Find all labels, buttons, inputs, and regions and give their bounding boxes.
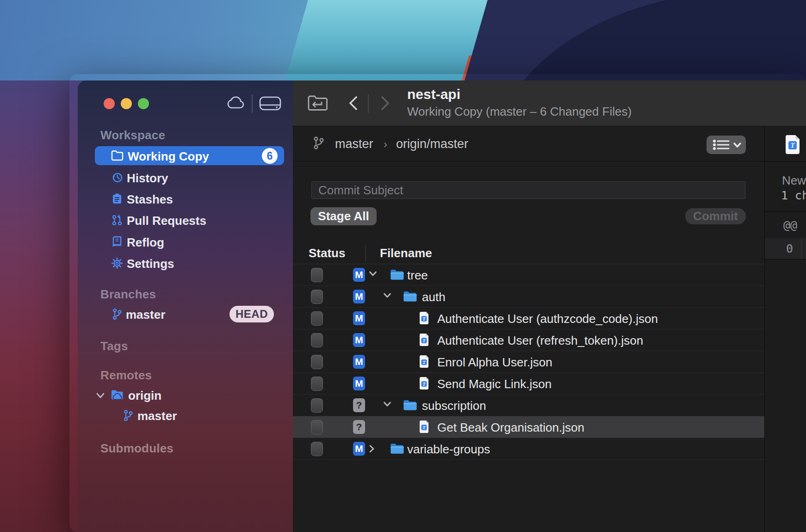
file-row-enrol-alpha-user-json[interactable]: MTEnrol Alpha User.json (293, 351, 764, 373)
json-file-icon: T (419, 377, 429, 390)
stage-checkbox[interactable] (311, 442, 323, 456)
zoom-button[interactable] (138, 98, 149, 109)
file-row-folder-auth[interactable]: Mauth (293, 286, 764, 308)
chevron-right-icon[interactable] (369, 445, 375, 453)
diff-gutter (765, 238, 806, 259)
file-row-send-magic-link-json[interactable]: MTSend Magic Link.json (293, 373, 764, 395)
desktop: Working Copy 6 HEAD nest-api Working Cop… (0, 0, 806, 532)
branch-icon (112, 308, 122, 320)
status-badge: M (353, 268, 365, 282)
filename-label: Enrol Alpha User.json (437, 355, 552, 370)
chevron-down-icon[interactable] (383, 292, 391, 298)
stage-checkbox[interactable] (311, 398, 323, 413)
sidebar-item-reflog[interactable]: Reflog (127, 235, 164, 250)
status-badge: ? (353, 398, 365, 412)
chevron-down-icon[interactable] (369, 271, 377, 277)
repo-title: nest-api (407, 87, 460, 102)
stage-checkbox[interactable] (311, 355, 323, 369)
breadcrumb-branch[interactable]: master (335, 137, 373, 151)
chevron-down-icon[interactable] (383, 401, 391, 407)
stage-checkbox[interactable] (311, 420, 323, 434)
branch-icon (123, 409, 133, 421)
head-badge: HEAD (229, 306, 274, 322)
folder-icon (390, 443, 404, 455)
file-list: MtreeMauthMTAuthenticate User (authzcode… (293, 264, 764, 460)
column-divider[interactable] (366, 245, 366, 262)
stashes-icon (111, 193, 123, 205)
changes-summary: 1 ch (781, 189, 806, 202)
wallpaper (0, 0, 806, 80)
window-toolbar (293, 80, 806, 126)
remote-folder-icon (111, 390, 124, 401)
gutter-divider (801, 238, 802, 259)
file-status-label: New (782, 173, 806, 188)
sidebar-item-label: Working Copy (128, 149, 209, 164)
sidebar-item-stashes[interactable]: Stashes (127, 192, 173, 207)
chevron-down-icon[interactable] (96, 392, 105, 399)
stage-checkbox[interactable] (311, 268, 323, 282)
forward-button[interactable] (379, 95, 391, 111)
stage-checkbox[interactable] (311, 377, 323, 391)
chevron-down-icon (734, 143, 740, 147)
json-file-icon: T (419, 333, 429, 346)
filename-label: subscription (422, 399, 486, 413)
sidebar-item-remote-master[interactable]: master (137, 409, 177, 423)
gear-icon (111, 257, 123, 269)
cloud-icon[interactable] (225, 96, 246, 111)
status-badge: M (353, 355, 365, 369)
close-button[interactable] (104, 98, 115, 109)
status-badge: M (353, 333, 365, 347)
file-row-authenticate-user-authzcode-code-json[interactable]: MTAuthenticate User (authzcode_code).jso… (293, 308, 764, 329)
panel-divider (764, 161, 806, 162)
column-header-filename[interactable]: Filename (380, 246, 432, 260)
stage-all-button[interactable]: Stage All (310, 207, 377, 225)
panel-divider (764, 211, 806, 212)
changed-files-badge: 6 (262, 148, 278, 164)
folder-return-icon[interactable] (307, 94, 329, 112)
folder-icon (111, 150, 124, 161)
status-badge: ? (353, 420, 365, 434)
folder-icon (403, 399, 417, 411)
sidebar-item-pull-requests[interactable]: Pull Requests (127, 214, 206, 228)
stage-checkbox[interactable] (311, 311, 323, 326)
sidebar-section-header: Submodules (100, 441, 174, 456)
toolbar-divider (252, 94, 253, 113)
filename-label: tree (407, 268, 428, 283)
file-row-authenticate-user-refresh-token-json[interactable]: MTAuthenticate User (refresh_token).json (293, 329, 764, 351)
status-badge: M (353, 311, 365, 325)
commit-subject-input[interactable] (311, 181, 745, 199)
drive-icon[interactable] (259, 96, 281, 111)
sidebar-item-remote-origin[interactable]: origin (128, 389, 161, 403)
breadcrumb-upstream[interactable]: origin/master (396, 137, 468, 151)
folder-icon (390, 269, 404, 281)
branch-icon (313, 136, 325, 150)
stage-checkbox[interactable] (311, 290, 323, 304)
breadcrumb-chevron-icon: › (384, 138, 387, 151)
back-button[interactable] (347, 95, 359, 111)
folder-icon (403, 291, 417, 303)
json-file-icon: T (419, 420, 429, 433)
filename-label: Authenticate User (refresh_token).json (437, 334, 643, 348)
sidebar-section-header: Branches (100, 287, 156, 302)
file-row-folder-variable-groups[interactable]: Mvariable-groups (293, 438, 764, 460)
sidebar-item-settings[interactable]: Settings (127, 257, 174, 271)
filename-label: auth (422, 290, 446, 304)
pull-request-icon (111, 214, 123, 226)
minimize-button[interactable] (121, 98, 132, 109)
status-badge: M (353, 377, 365, 390)
filename-label: Send Magic Link.json (437, 377, 552, 391)
sidebar-item-history[interactable]: History (127, 171, 168, 186)
sidebar-item-branch-master[interactable]: master (126, 308, 165, 322)
file-row-get-beak-organisation-json[interactable]: ?TGet Beak Organisation.json (293, 416, 764, 438)
filename-label: variable-groups (407, 442, 490, 457)
file-row-folder-tree[interactable]: Mtree (293, 264, 764, 286)
svg-text:T: T (791, 142, 795, 149)
stage-checkbox[interactable] (311, 333, 323, 347)
column-header-status[interactable]: Status (309, 246, 345, 260)
view-mode-button[interactable] (707, 136, 746, 154)
hunk-header: @@ -0 (783, 218, 806, 232)
json-file-icon: T (419, 311, 429, 325)
line-number: 0 (786, 242, 793, 255)
commit-button[interactable]: Commit (685, 208, 746, 224)
file-row-folder-subscription[interactable]: ?subscription (293, 395, 764, 416)
